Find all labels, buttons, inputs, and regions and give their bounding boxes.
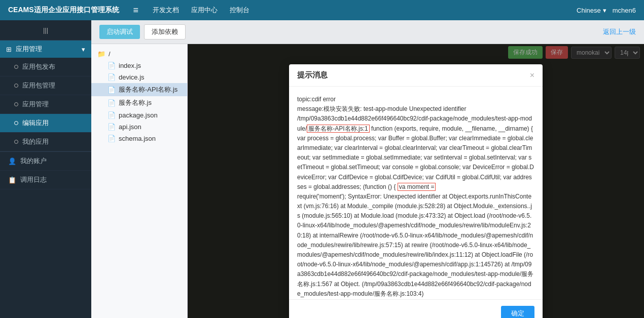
tree-item[interactable]: 📄 api.json: [91, 121, 187, 133]
sidebar-section-icon: ⊞: [6, 46, 12, 53]
tree-item-label: schema.json: [119, 135, 156, 142]
user-menu[interactable]: mchen6: [613, 7, 636, 14]
sidebar-item-edit-app[interactable]: 编辑应用: [0, 114, 91, 133]
tree-item[interactable]: 📄 schema.json: [91, 133, 187, 144]
menu-toggle-icon[interactable]: ≡: [133, 5, 139, 16]
modal-dialog: 提示消息 × topic:cdif errormessage:模块安装失败: t…: [289, 64, 543, 318]
nav-link-apps[interactable]: 应用中心: [191, 6, 218, 15]
sidebar-item-label: 应用包管理: [22, 81, 55, 90]
confirm-button[interactable]: 确定: [501, 306, 534, 318]
tree-item[interactable]: 📄 package.json: [91, 109, 187, 121]
sidebar-dot-icon: [14, 84, 18, 88]
sidebar-item-label: 应用管理: [22, 100, 49, 109]
modal-close-button[interactable]: ×: [530, 71, 534, 80]
user-icon: 👤: [8, 157, 16, 165]
sidebar-section-arrow: ▾: [82, 46, 85, 53]
sidebar-item-call-log[interactable]: 📋 调用日志: [0, 171, 91, 189]
tree-root-label: /: [109, 50, 111, 58]
language-label: Chinese: [577, 7, 601, 14]
sidebar-item-label: 我的账户: [20, 156, 47, 166]
file-icon: 📄: [108, 123, 116, 131]
sidebar-section-app-mgmt[interactable]: ⊞ 应用管理 ▾: [0, 41, 91, 58]
main-toolbar: 启动调试 添加依赖 返回上一级: [91, 20, 644, 44]
main-content: 启动调试 添加依赖 返回上一级 📁 / 📄 index.js 📄 device.…: [91, 20, 644, 318]
highlight-filename: 服务名称-API名称.js:1: [307, 125, 369, 133]
folder-icon: 📁: [97, 50, 105, 58]
tree-item-label: index.js: [119, 62, 141, 69]
nav-link-docs[interactable]: 开发文档: [153, 6, 179, 15]
tree-item-label: 服务名称.js: [119, 98, 152, 107]
nav-link-console[interactable]: 控制台: [230, 6, 249, 15]
tree-item-label: api.json: [119, 123, 141, 131]
modal-footer: 确定: [289, 299, 543, 318]
tree-item-label: package.json: [119, 111, 158, 119]
tree-item[interactable]: 📄 服务名称.js: [91, 96, 187, 109]
editor-section: 📁 / 📄 index.js 📄 device.js 📄 服务名称-API名称.…: [91, 44, 644, 318]
sidebar-item-pkg-mgmt[interactable]: 应用包管理: [0, 76, 91, 95]
top-navigation: CEAMS适用企业应用接口管理系统 ≡ 开发文档 应用中心 控制台 Chines…: [0, 0, 644, 20]
sidebar-dot-icon: [14, 121, 18, 125]
file-icon: 📄: [108, 135, 116, 142]
back-link[interactable]: 返回上一级: [603, 27, 636, 36]
tree-item-label: 服务名称-API名称.js: [119, 85, 177, 94]
tree-item-label: device.js: [119, 73, 145, 81]
language-arrow-icon: ▾: [603, 7, 606, 14]
modal-title: 提示消息: [297, 70, 328, 80]
file-icon: 📄: [108, 111, 116, 119]
tree-root[interactable]: 📁 /: [91, 48, 187, 60]
tree-item[interactable]: 📄 index.js: [91, 60, 187, 71]
add-dependency-button[interactable]: 添加依赖: [144, 24, 186, 39]
sidebar-item-my-apps[interactable]: 我的应用: [0, 133, 91, 151]
start-debug-button[interactable]: 启动调试: [99, 25, 140, 39]
sidebar: ||| ⊞ 应用管理 ▾ 应用包发布 应用包管理 应用管理 编辑应用 我的应用 …: [0, 20, 91, 318]
sidebar-item-label: 编辑应用: [22, 118, 49, 128]
sidebar-item-label: 应用包发布: [22, 62, 55, 71]
sidebar-section-label: 应用管理: [16, 45, 42, 54]
tree-item[interactable]: 📄 device.js: [91, 71, 187, 83]
sidebar-item-label: 调用日志: [20, 175, 47, 184]
log-icon: 📋: [8, 176, 16, 184]
file-icon: 📄: [108, 62, 116, 69]
file-icon: 📄: [108, 99, 116, 107]
modal-body: topic:cdif errormessage:模块安装失败: test-app…: [289, 87, 543, 299]
top-nav-right: Chinese ▾ mchen6: [577, 7, 636, 14]
modal-overlay: 提示消息 × topic:cdif errormessage:模块安装失败: t…: [188, 44, 644, 318]
file-icon: 📄: [108, 73, 116, 81]
language-selector[interactable]: Chinese ▾: [577, 7, 606, 14]
sidebar-collapse-button[interactable]: |||: [0, 20, 91, 41]
file-tree: 📁 / 📄 index.js 📄 device.js 📄 服务名称-API名称.…: [91, 44, 188, 318]
nav-links: 开发文档 应用中心 控制台: [153, 6, 566, 15]
sidebar-dot-icon: [14, 102, 18, 106]
sidebar-item-app-mgmt[interactable]: 应用管理: [0, 95, 91, 114]
file-icon: 📄: [108, 86, 116, 94]
sidebar-item-my-account[interactable]: 👤 我的账户: [0, 152, 91, 171]
sidebar-item-label: 我的应用: [22, 137, 49, 146]
main-layout: ||| ⊞ 应用管理 ▾ 应用包发布 应用包管理 应用管理 编辑应用 我的应用 …: [0, 20, 644, 318]
error-message: topic:cdif errormessage:模块安装失败: test-app…: [297, 95, 534, 299]
code-editor-area: 保存成功 保存 monokai 14px 提示消息 ×: [188, 44, 644, 318]
sidebar-dot-icon: [14, 140, 18, 144]
sidebar-item-pkg-publish[interactable]: 应用包发布: [0, 58, 91, 76]
tree-item-selected[interactable]: 📄 服务名称-API名称.js: [91, 83, 187, 96]
modal-header: 提示消息 ×: [289, 64, 543, 87]
app-title: CEAMS适用企业应用接口管理系统: [8, 6, 119, 15]
sidebar-dot-icon: [14, 65, 18, 69]
highlight-var: va moment =: [398, 183, 436, 191]
